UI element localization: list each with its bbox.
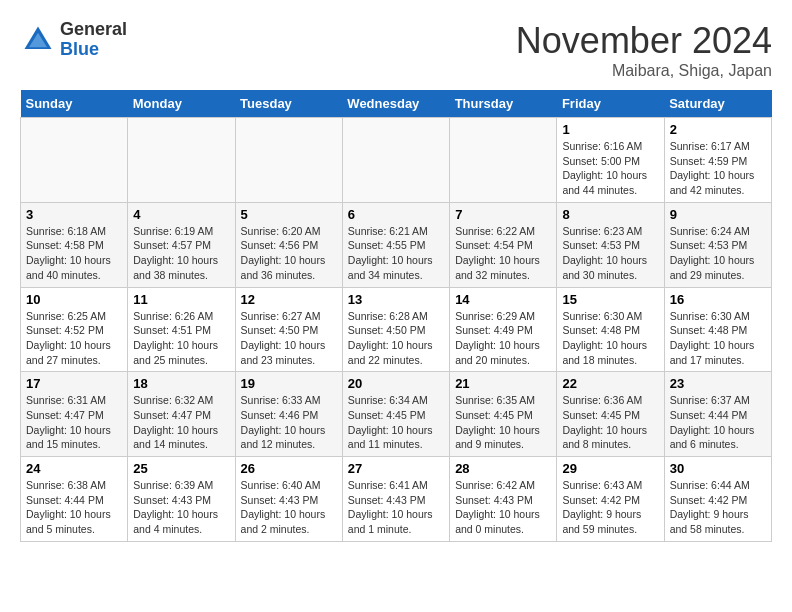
day-detail: Sunrise: 6:24 AMSunset: 4:53 PMDaylight:… xyxy=(670,224,766,283)
calendar-cell: 16Sunrise: 6:30 AMSunset: 4:48 PMDayligh… xyxy=(664,287,771,372)
day-detail: Sunrise: 6:40 AMSunset: 4:43 PMDaylight:… xyxy=(241,478,337,537)
day-detail: Sunrise: 6:25 AMSunset: 4:52 PMDaylight:… xyxy=(26,309,122,368)
calendar-cell: 14Sunrise: 6:29 AMSunset: 4:49 PMDayligh… xyxy=(450,287,557,372)
header-sunday: Sunday xyxy=(21,90,128,118)
day-number: 1 xyxy=(562,122,658,137)
day-number: 5 xyxy=(241,207,337,222)
day-detail: Sunrise: 6:41 AMSunset: 4:43 PMDaylight:… xyxy=(348,478,444,537)
day-detail: Sunrise: 6:32 AMSunset: 4:47 PMDaylight:… xyxy=(133,393,229,452)
day-number: 19 xyxy=(241,376,337,391)
day-detail: Sunrise: 6:30 AMSunset: 4:48 PMDaylight:… xyxy=(670,309,766,368)
day-number: 9 xyxy=(670,207,766,222)
calendar-cell: 7Sunrise: 6:22 AMSunset: 4:54 PMDaylight… xyxy=(450,202,557,287)
header-saturday: Saturday xyxy=(664,90,771,118)
header-wednesday: Wednesday xyxy=(342,90,449,118)
calendar-cell: 15Sunrise: 6:30 AMSunset: 4:48 PMDayligh… xyxy=(557,287,664,372)
calendar-cell: 23Sunrise: 6:37 AMSunset: 4:44 PMDayligh… xyxy=(664,372,771,457)
day-detail: Sunrise: 6:34 AMSunset: 4:45 PMDaylight:… xyxy=(348,393,444,452)
calendar-cell xyxy=(128,118,235,203)
logo-general: General xyxy=(60,19,127,39)
calendar-cell: 17Sunrise: 6:31 AMSunset: 4:47 PMDayligh… xyxy=(21,372,128,457)
day-detail: Sunrise: 6:22 AMSunset: 4:54 PMDaylight:… xyxy=(455,224,551,283)
calendar-cell: 22Sunrise: 6:36 AMSunset: 4:45 PMDayligh… xyxy=(557,372,664,457)
location: Maibara, Shiga, Japan xyxy=(516,62,772,80)
day-number: 27 xyxy=(348,461,444,476)
page-header: General Blue November 2024 Maibara, Shig… xyxy=(20,20,772,80)
day-number: 22 xyxy=(562,376,658,391)
day-number: 15 xyxy=(562,292,658,307)
day-number: 26 xyxy=(241,461,337,476)
calendar-cell: 29Sunrise: 6:43 AMSunset: 4:42 PMDayligh… xyxy=(557,457,664,542)
logo: General Blue xyxy=(20,20,127,60)
title-block: November 2024 Maibara, Shiga, Japan xyxy=(516,20,772,80)
calendar-cell: 27Sunrise: 6:41 AMSunset: 4:43 PMDayligh… xyxy=(342,457,449,542)
calendar-cell: 26Sunrise: 6:40 AMSunset: 4:43 PMDayligh… xyxy=(235,457,342,542)
day-detail: Sunrise: 6:26 AMSunset: 4:51 PMDaylight:… xyxy=(133,309,229,368)
day-detail: Sunrise: 6:38 AMSunset: 4:44 PMDaylight:… xyxy=(26,478,122,537)
day-number: 25 xyxy=(133,461,229,476)
day-detail: Sunrise: 6:16 AMSunset: 5:00 PMDaylight:… xyxy=(562,139,658,198)
day-number: 30 xyxy=(670,461,766,476)
day-number: 28 xyxy=(455,461,551,476)
header-thursday: Thursday xyxy=(450,90,557,118)
day-number: 23 xyxy=(670,376,766,391)
calendar-cell: 25Sunrise: 6:39 AMSunset: 4:43 PMDayligh… xyxy=(128,457,235,542)
day-number: 2 xyxy=(670,122,766,137)
calendar-cell: 1Sunrise: 6:16 AMSunset: 5:00 PMDaylight… xyxy=(557,118,664,203)
calendar-cell: 20Sunrise: 6:34 AMSunset: 4:45 PMDayligh… xyxy=(342,372,449,457)
day-number: 24 xyxy=(26,461,122,476)
day-detail: Sunrise: 6:27 AMSunset: 4:50 PMDaylight:… xyxy=(241,309,337,368)
calendar-cell: 24Sunrise: 6:38 AMSunset: 4:44 PMDayligh… xyxy=(21,457,128,542)
day-detail: Sunrise: 6:31 AMSunset: 4:47 PMDaylight:… xyxy=(26,393,122,452)
day-number: 17 xyxy=(26,376,122,391)
calendar-cell: 28Sunrise: 6:42 AMSunset: 4:43 PMDayligh… xyxy=(450,457,557,542)
day-number: 4 xyxy=(133,207,229,222)
calendar-cell: 5Sunrise: 6:20 AMSunset: 4:56 PMDaylight… xyxy=(235,202,342,287)
day-number: 10 xyxy=(26,292,122,307)
calendar-cell xyxy=(235,118,342,203)
day-detail: Sunrise: 6:23 AMSunset: 4:53 PMDaylight:… xyxy=(562,224,658,283)
calendar-cell xyxy=(21,118,128,203)
day-number: 20 xyxy=(348,376,444,391)
day-detail: Sunrise: 6:18 AMSunset: 4:58 PMDaylight:… xyxy=(26,224,122,283)
day-detail: Sunrise: 6:21 AMSunset: 4:55 PMDaylight:… xyxy=(348,224,444,283)
calendar-cell: 19Sunrise: 6:33 AMSunset: 4:46 PMDayligh… xyxy=(235,372,342,457)
day-detail: Sunrise: 6:33 AMSunset: 4:46 PMDaylight:… xyxy=(241,393,337,452)
calendar-cell: 9Sunrise: 6:24 AMSunset: 4:53 PMDaylight… xyxy=(664,202,771,287)
day-detail: Sunrise: 6:36 AMSunset: 4:45 PMDaylight:… xyxy=(562,393,658,452)
day-number: 29 xyxy=(562,461,658,476)
day-detail: Sunrise: 6:17 AMSunset: 4:59 PMDaylight:… xyxy=(670,139,766,198)
day-number: 13 xyxy=(348,292,444,307)
calendar-cell: 12Sunrise: 6:27 AMSunset: 4:50 PMDayligh… xyxy=(235,287,342,372)
calendar-week-5: 24Sunrise: 6:38 AMSunset: 4:44 PMDayligh… xyxy=(21,457,772,542)
calendar-cell xyxy=(342,118,449,203)
header-tuesday: Tuesday xyxy=(235,90,342,118)
day-number: 18 xyxy=(133,376,229,391)
day-detail: Sunrise: 6:43 AMSunset: 4:42 PMDaylight:… xyxy=(562,478,658,537)
calendar-header-row: SundayMondayTuesdayWednesdayThursdayFrid… xyxy=(21,90,772,118)
header-friday: Friday xyxy=(557,90,664,118)
logo-icon xyxy=(20,22,56,58)
calendar-cell: 3Sunrise: 6:18 AMSunset: 4:58 PMDaylight… xyxy=(21,202,128,287)
day-detail: Sunrise: 6:29 AMSunset: 4:49 PMDaylight:… xyxy=(455,309,551,368)
logo-blue: Blue xyxy=(60,39,99,59)
day-number: 16 xyxy=(670,292,766,307)
day-detail: Sunrise: 6:19 AMSunset: 4:57 PMDaylight:… xyxy=(133,224,229,283)
day-detail: Sunrise: 6:28 AMSunset: 4:50 PMDaylight:… xyxy=(348,309,444,368)
day-number: 14 xyxy=(455,292,551,307)
logo-text: General Blue xyxy=(60,20,127,60)
day-detail: Sunrise: 6:42 AMSunset: 4:43 PMDaylight:… xyxy=(455,478,551,537)
calendar-cell: 4Sunrise: 6:19 AMSunset: 4:57 PMDaylight… xyxy=(128,202,235,287)
calendar-cell: 18Sunrise: 6:32 AMSunset: 4:47 PMDayligh… xyxy=(128,372,235,457)
day-detail: Sunrise: 6:20 AMSunset: 4:56 PMDaylight:… xyxy=(241,224,337,283)
calendar-cell: 6Sunrise: 6:21 AMSunset: 4:55 PMDaylight… xyxy=(342,202,449,287)
calendar-cell: 2Sunrise: 6:17 AMSunset: 4:59 PMDaylight… xyxy=(664,118,771,203)
day-detail: Sunrise: 6:39 AMSunset: 4:43 PMDaylight:… xyxy=(133,478,229,537)
day-detail: Sunrise: 6:37 AMSunset: 4:44 PMDaylight:… xyxy=(670,393,766,452)
day-number: 12 xyxy=(241,292,337,307)
day-number: 8 xyxy=(562,207,658,222)
month-title: November 2024 xyxy=(516,20,772,62)
day-number: 11 xyxy=(133,292,229,307)
day-number: 3 xyxy=(26,207,122,222)
calendar-cell: 13Sunrise: 6:28 AMSunset: 4:50 PMDayligh… xyxy=(342,287,449,372)
